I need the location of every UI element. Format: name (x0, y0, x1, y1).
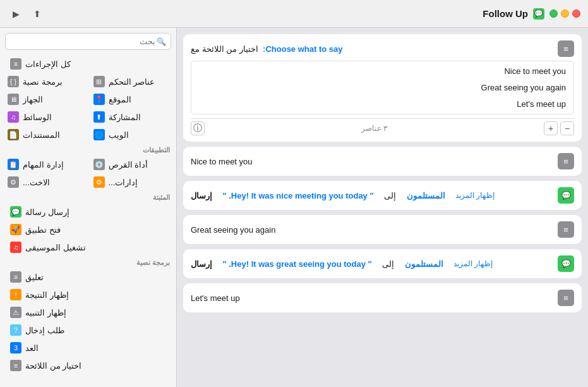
sidebar-grid: برمجة نصية { } عناصر التحكم ⊞ الجهاز 🖥 ا… (0, 73, 176, 144)
green-light (549, 9, 558, 18)
location-label: الموقع (109, 95, 131, 104)
sidebar-item-play-music[interactable]: تشغيل الموسيقى ♫ (3, 238, 174, 256)
element-count: ٣ عناصر (361, 124, 387, 133)
sidebar: 🔍 كل الإجراءات ≡ برمجة نصية { } عناصر ال… (0, 28, 177, 387)
minus-button[interactable]: − (560, 121, 574, 135)
choose-list-card: ≡ Choose what to say: اختيار من اللائحة … (183, 34, 582, 142)
send-more-2[interactable]: إظهار المزيد (453, 259, 493, 268)
sidebar-item-location[interactable]: الموقع 📍 (88, 90, 174, 108)
docs-label: المستندات (23, 130, 60, 140)
comment-icon: ≡ (10, 271, 21, 283)
open-app-label: فتح تطبيق (25, 225, 61, 235)
send-to-2: إلى (382, 259, 394, 269)
great-seeing-text: Great seeing you again (191, 225, 275, 235)
search-input[interactable] (5, 33, 171, 50)
play-music-icon: ♫ (10, 242, 21, 253)
send-msg-label: إرسال رسالة (25, 207, 69, 217)
send-label-2: إرسال (191, 259, 212, 269)
admin1-label: الاخت... (23, 178, 50, 187)
send-recipients-2[interactable]: المستلمون (405, 259, 443, 269)
scripting-section-label: برمجة نصية (0, 256, 176, 268)
sidebar-item-controls[interactable]: عناصر التحكم ⊞ (88, 73, 174, 90)
media-label: الوسائط (23, 113, 52, 122)
card1-footer: − + ٣ عناصر ⓘ (191, 118, 574, 135)
scripting-icon: { } (8, 76, 19, 87)
count-icon: 3 (10, 342, 21, 353)
show-result-icon: ! (10, 289, 21, 300)
nice-meet-text: Nice to meet you (191, 157, 253, 166)
docs-icon: 📄 (8, 129, 19, 140)
hardware-label: الجهاز (23, 95, 43, 104)
card1-header-main: اختيار من اللائحة مع (191, 44, 258, 54)
sidebar-item-choose-list[interactable]: اختيار من اللائحة ≡ (3, 357, 174, 374)
sidebar-item-media[interactable]: الوسائط ♫ (3, 108, 88, 126)
send-card-1: 💬 إظهار المزيد المستلمون إلى " Hey! It w… (183, 181, 582, 210)
sharing-label: المشاركة (109, 113, 141, 122)
option-nice-meet: Nice to meet you (191, 64, 573, 78)
search-box[interactable]: 🔍 (5, 33, 171, 50)
ask-input-icon: ? (10, 324, 21, 336)
share-button[interactable]: ⬆ (29, 6, 45, 22)
admin2-label: إدارات... (109, 178, 138, 187)
great-seeing-card: ≡ Great seeing you again (183, 215, 582, 244)
web-icon: 🌐 (93, 129, 105, 140)
messages-app-icon: 💬 (533, 8, 544, 20)
send-recipients-1[interactable]: المستلمون (407, 191, 445, 200)
sidebar-item-sharing[interactable]: المشاركة ⬆ (88, 108, 174, 126)
sidebar-item-hardware[interactable]: الجهاز 🖥 (3, 90, 88, 108)
yellow-light (561, 9, 569, 18)
lets-meet-text: Let's meet up (191, 293, 240, 303)
comment-label: تعليق (25, 273, 44, 282)
sidebar-item-comment[interactable]: تعليق ≡ (3, 268, 174, 286)
page-title: Follow Up (483, 8, 528, 19)
red-light (572, 9, 580, 18)
send-card-2-content: إظهار المزيد المستلمون إلى " Hey! It was… (191, 258, 493, 269)
all-actions-label: كل الإجراءات (25, 59, 71, 69)
sidebar-item-admin1[interactable]: الاخت... ⚙ (3, 173, 88, 191)
great-seeing-icon: ≡ (558, 221, 574, 238)
web-label: الويب (109, 130, 129, 140)
nice-meet-icon: ≡ (558, 153, 574, 169)
send-icon-2: 💬 (558, 255, 574, 272)
sidebar-item-show-result[interactable]: إظهار النتيجة ! (3, 286, 174, 304)
card1-options: Nice to meet you Great seeing you again … (191, 61, 574, 114)
task-mgr-icon: 📋 (8, 159, 19, 170)
send-icon-1: 💬 (558, 187, 574, 204)
sidebar-item-disk-tool[interactable]: أداة القرص 💿 (88, 156, 174, 173)
send-msg-text-1: " Hey! It was nice meeting you today. " (222, 191, 373, 200)
info-button[interactable]: ⓘ (191, 121, 205, 135)
card1-footer-buttons: − + (544, 121, 574, 135)
controls-label: عناصر التحكم (109, 77, 155, 87)
controls-icon: ⊞ (93, 76, 105, 87)
sidebar-item-scripting[interactable]: برمجة نصية { } (3, 73, 88, 90)
admin2-icon: ⚙ (93, 176, 105, 188)
sidebar-item-send-msg[interactable]: إرسال رسالة 💬 (3, 203, 174, 221)
sidebar-item-all-actions[interactable]: كل الإجراءات ≡ (3, 55, 174, 73)
top-bar-left: ▶ ⬆ (8, 6, 45, 22)
title-area: Follow Up 💬 (483, 8, 580, 20)
sidebar-item-open-app[interactable]: فتح تطبيق 🚀 (3, 221, 174, 238)
send-label-1: إرسال (191, 191, 212, 200)
send-more-1[interactable]: إظهار المزيد (455, 191, 495, 200)
lets-meet-card: ≡ Let's meet up (183, 283, 582, 312)
card1-header-text: Choose what to say: اختيار من اللائحة مع (191, 44, 343, 54)
apps-grid: إدارة المهام 📋 أداة القرص 💿 الاخت... ⚙ إ… (0, 156, 176, 191)
sidebar-item-count[interactable]: العد 3 (3, 339, 174, 357)
sidebar-item-web[interactable]: الويب 🌐 (88, 126, 174, 144)
show-alert-icon: ⚠ (10, 307, 21, 318)
count-label: العد (25, 343, 39, 353)
card1-header: ≡ Choose what to say: اختيار من اللائحة … (191, 40, 574, 57)
sidebar-item-docs[interactable]: المستندات 📄 (3, 126, 88, 144)
sidebar-item-task-mgr[interactable]: إدارة المهام 📋 (3, 156, 88, 173)
sidebar-item-ask-input[interactable]: طلب إدخال ? (3, 321, 174, 339)
sidebar-item-admin2[interactable]: إدارات... ⚙ (88, 173, 174, 191)
option-great-seeing: Great seeing you again (191, 80, 573, 95)
send-msg-icon: 💬 (10, 206, 21, 218)
plus-button[interactable]: + (544, 121, 558, 135)
nice-meet-card: ≡ Nice to meet you (183, 147, 582, 176)
choose-list-icon: ≡ (10, 360, 21, 371)
all-actions-icon: ≡ (10, 58, 21, 70)
play-button[interactable]: ▶ (8, 6, 24, 22)
sidebar-item-show-alert[interactable]: إظهار التنبيه ⚠ (3, 304, 174, 321)
card1-icon: ≡ (558, 40, 574, 57)
